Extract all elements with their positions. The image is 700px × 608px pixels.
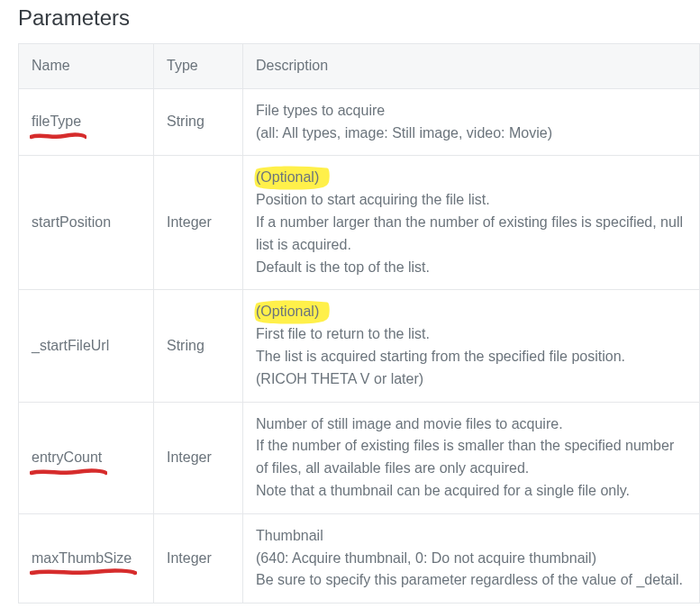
optional-label: (Optional)	[256, 304, 319, 319]
underline-annotation	[30, 567, 137, 576]
param-name-cell: startPosition	[19, 156, 154, 290]
col-header-name: Name	[19, 44, 154, 89]
table-row: startPositionInteger(Optional)Position t…	[19, 156, 700, 290]
param-description-cell: (Optional)First file to return to the li…	[243, 290, 700, 402]
description-line: Default is the top of the list.	[256, 257, 686, 279]
param-name: entryCount	[32, 447, 102, 469]
param-type-cell: Integer	[154, 402, 243, 513]
param-name-cell: _startFileUrl	[19, 290, 154, 402]
table-header-row: Name Type Description	[19, 44, 700, 89]
optional-badge: (Optional)	[256, 167, 319, 189]
param-description-cell: (Optional)Position to start acquiring th…	[243, 156, 700, 290]
description-line: Thumbnail	[256, 525, 686, 548]
description-line: If the number of existing files is small…	[256, 435, 686, 480]
param-type-cell: Integer	[154, 513, 243, 603]
description-line: Note that a thumbnail can be acquired fo…	[256, 480, 686, 503]
col-header-type: Type	[154, 44, 243, 89]
section-title: Parameters	[18, 5, 700, 31]
param-description-cell: Number of still image and movie files to…	[243, 402, 700, 513]
param-name-cell: fileType	[19, 88, 154, 156]
description-line: Be sure to specify this parameter regard…	[256, 569, 686, 592]
description-line: (640: Acquire thumbnail, 0: Do not acqui…	[256, 548, 686, 570]
parameters-table: Name Type Description fileTypeStringFile…	[18, 43, 700, 603]
description-line: (RICOH THETA V or later)	[256, 368, 686, 391]
param-name: maxThumbSize	[32, 548, 132, 570]
param-type-cell: String	[154, 88, 243, 156]
description-line: The list is acquired starting from the s…	[256, 346, 686, 368]
param-name-cell: maxThumbSize	[19, 513, 154, 603]
param-name: startPosition	[32, 212, 111, 234]
param-name-cell: entryCount	[19, 402, 154, 513]
description-line: (all: All types, image: Still image, vid…	[256, 123, 686, 145]
description-line: File types to acquire	[256, 100, 686, 123]
table-row: _startFileUrlString(Optional)First file …	[19, 290, 700, 402]
param-type-cell: String	[154, 290, 243, 402]
underline-annotation	[30, 132, 86, 141]
optional-badge: (Optional)	[256, 301, 319, 323]
table-row: entryCountIntegerNumber of still image a…	[19, 402, 700, 513]
underline-annotation	[30, 467, 107, 476]
param-description-cell: Thumbnail(640: Acquire thumbnail, 0: Do …	[243, 513, 700, 603]
optional-label: (Optional)	[256, 169, 319, 185]
description-line: If a number larger than the number of ex…	[256, 212, 686, 257]
description-line: Number of still image and movie files to…	[256, 413, 686, 436]
table-row: maxThumbSizeIntegerThumbnail(640: Acquir…	[19, 513, 700, 603]
table-row: fileTypeStringFile types to acquire(all:…	[19, 88, 700, 156]
col-header-description: Description	[243, 44, 700, 89]
param-type-cell: Integer	[154, 156, 243, 290]
description-line: First file to return to the list.	[256, 323, 686, 346]
description-line: Position to start acquiring the file lis…	[256, 189, 686, 212]
param-name: fileType	[32, 111, 81, 133]
param-description-cell: File types to acquire(all: All types, im…	[243, 88, 700, 156]
param-name: _startFileUrl	[32, 335, 109, 358]
